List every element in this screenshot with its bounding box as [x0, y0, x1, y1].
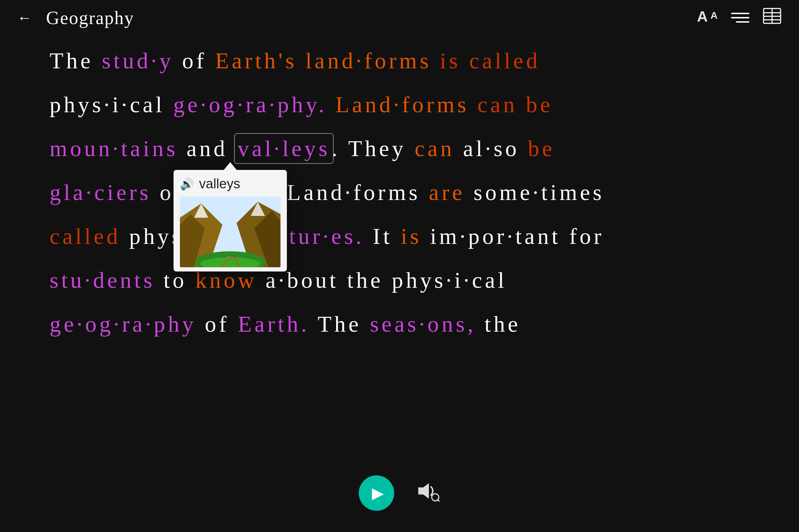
word-of2[interactable]: of [196, 311, 238, 337]
word-geography2[interactable]: ge·og·ra·phy [50, 311, 196, 337]
header-toolbar: A A [697, 7, 782, 29]
word-students[interactable]: stu·dents [50, 268, 155, 293]
line-1 [731, 13, 749, 14]
speaker-icon[interactable]: 🔊 [180, 177, 194, 191]
word-about[interactable]: a·bout the phys·i·cal [257, 268, 507, 293]
play-button[interactable]: ▶ [359, 475, 394, 511]
page-title: Geography [46, 7, 697, 28]
word-glaciers[interactable]: gla·ciers [50, 180, 151, 205]
word-the2[interactable]: The [310, 311, 370, 337]
tooltip-word: valleys [199, 176, 240, 191]
caption-button[interactable] [731, 13, 749, 23]
word-can[interactable]: can [415, 136, 455, 161]
text-line-4: gla·ciers or riv·ers. Land·forms are som… [50, 181, 749, 204]
word-the[interactable]: The [50, 48, 102, 73]
word-landforms[interactable]: Land·forms [327, 92, 469, 117]
word-is-called[interactable]: is called [431, 48, 540, 73]
word-landforms2[interactable]: Land·forms [278, 180, 429, 205]
word-sometimes[interactable]: some·times [465, 180, 605, 205]
word-also[interactable]: al·so [455, 136, 528, 161]
header: ← Geography A A [0, 0, 799, 35]
word-called[interactable]: called [50, 224, 121, 249]
word-mountains[interactable]: moun·tains [50, 136, 178, 161]
tooltip-arrow [224, 162, 237, 170]
text-line-6: stu·dents to know a·bout the phys·i·cal [50, 269, 749, 292]
svg-text:A: A [710, 10, 718, 21]
word-seasons[interactable]: seas·ons, [370, 311, 476, 337]
word-earths-landforms[interactable]: Earth's land·forms [215, 48, 432, 73]
word-physical[interactable]: phys·i·cal [50, 92, 173, 117]
svg-line-21 [437, 499, 440, 502]
word-it[interactable]: It [364, 224, 401, 249]
word-the3[interactable]: the [476, 311, 521, 337]
svg-marker-19 [418, 483, 429, 499]
word-earth[interactable]: Earth. [238, 311, 310, 337]
word-study[interactable]: stud·y [102, 48, 174, 73]
word-is[interactable]: is [401, 224, 422, 249]
word-and[interactable]: and [178, 136, 236, 161]
font-size-button[interactable]: A A [697, 7, 718, 28]
word-can-be[interactable]: can be [469, 92, 553, 117]
text-line-7: ge·og·ra·phy of Earth. The seas·ons, the [50, 313, 749, 336]
tooltip-popup: 🔊 valleys [174, 170, 287, 271]
text-line-5: called phys·i·cal featur·es. It is im·po… [50, 225, 749, 248]
speaker-settings-icon [415, 480, 440, 502]
svg-text:A: A [697, 8, 708, 24]
text-line-1: The stud·y of Earth's land·forms is call… [50, 50, 749, 72]
text-line-2: phys·i·cal ge·og·ra·phy. Land·forms can … [50, 93, 749, 116]
tooltip-image [180, 196, 280, 267]
line-3 [736, 21, 749, 23]
word-are[interactable]: are [429, 180, 465, 205]
word-important[interactable]: im·por·tant for [421, 224, 604, 249]
word-geography[interactable]: ge·og·ra·phy. [173, 92, 327, 117]
word-of[interactable]: of [174, 48, 215, 73]
play-icon: ▶ [372, 484, 384, 502]
word-be[interactable]: be [528, 136, 555, 161]
book-button[interactable] [762, 7, 782, 29]
valley-illustration [180, 196, 280, 267]
bottom-controls: ▶ [359, 475, 440, 511]
text-line-3: moun·tains and val·leys. They can al·so … [50, 137, 749, 160]
word-they[interactable]: . They [332, 136, 414, 161]
main-content: The stud·y of Earth's land·forms is call… [0, 35, 799, 371]
back-button[interactable]: ← [17, 10, 32, 25]
line-2 [731, 17, 749, 18]
tooltip-header: 🔊 valleys [180, 176, 280, 191]
word-valleys[interactable]: val·leys [236, 135, 332, 162]
audio-settings-button[interactable] [415, 480, 440, 506]
